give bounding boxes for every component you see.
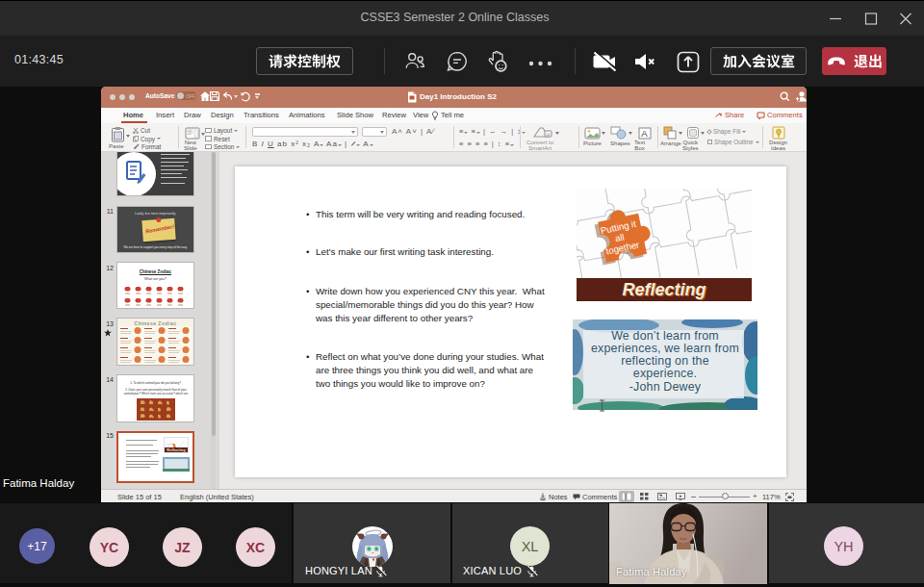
- svg-text:A: A: [641, 128, 648, 139]
